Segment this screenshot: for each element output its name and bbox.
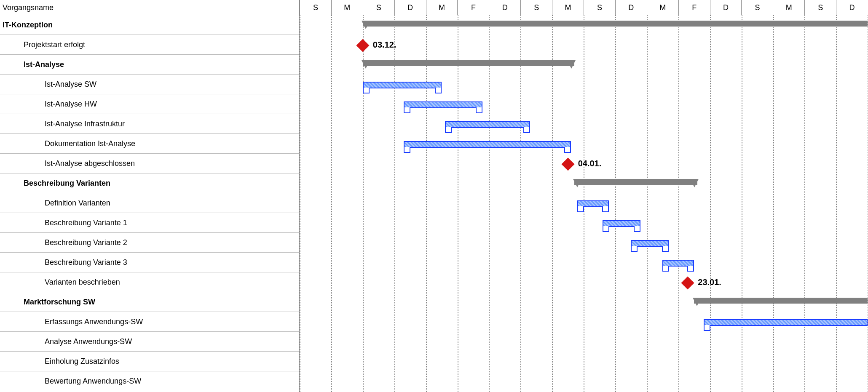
task-bar[interactable] [577,200,609,207]
chart-pane: SMSDMFDSMSDMFDSMSD 03.12.04.01.23.01. [300,0,868,392]
task-row[interactable]: IT-Konzeption [0,15,299,35]
day-header-cell: D [489,0,520,15]
chart-body: 03.12.04.01.23.01. [300,15,868,392]
chart-row: 23.01. [300,272,868,292]
task-bar[interactable] [404,101,482,108]
task-bar[interactable] [445,121,530,128]
chart-row [300,75,868,94]
task-bar[interactable] [603,220,640,227]
task-row[interactable]: Erfassungs Anwendungs-SW [0,312,299,332]
chart-row: 03.12. [300,35,868,55]
day-header-cell: S [741,0,773,15]
task-row[interactable]: Marktforschung SW [0,292,299,312]
task-row[interactable]: Varianten beschrieben [0,272,299,292]
day-header-cell: M [426,0,458,15]
summary-bar[interactable] [694,298,868,304]
chart-row [300,193,868,213]
summary-bar[interactable] [363,60,574,66]
task-row[interactable]: Projektstart erfolgt [0,35,299,55]
task-row[interactable]: Ist-Analyse HW [0,94,299,114]
day-header-cell: D [710,0,742,15]
task-pane: Vorgangsname IT-KonzeptionProjektstart e… [0,0,300,392]
day-header-cell: D [836,0,868,15]
chart-row [300,253,868,272]
day-header: SMSDMFDSMSDMFDSMSD [300,0,868,15]
day-header-cell: M [647,0,678,15]
day-header-cell: S [300,0,331,15]
milestone-icon[interactable] [681,276,694,289]
chart-row [300,371,868,391]
chart-row [300,312,868,332]
chart-row: 04.01. [300,154,868,173]
chart-row [300,233,868,253]
day-header-cell: S [520,0,552,15]
day-header-cell: S [804,0,836,15]
day-header-cell: D [615,0,647,15]
day-header-cell: M [331,0,363,15]
task-row[interactable]: Ist-Analyse Infrastruktur [0,114,299,134]
day-header-cell: D [394,0,426,15]
task-row[interactable]: Definition Varianten [0,193,299,213]
chart-row [300,292,868,312]
task-bar[interactable] [662,260,694,267]
task-row[interactable]: Beschreibung Variante 2 [0,233,299,253]
day-header-cell: F [678,0,710,15]
chart-row [300,213,868,233]
task-column-header: Vorgangsname [0,0,299,15]
chart-row [300,94,868,114]
task-row[interactable]: Beschreibung Variante 3 [0,253,299,272]
task-list: IT-KonzeptionProjektstart erfolgtIst-Ana… [0,15,299,392]
gantt-chart: Vorgangsname IT-KonzeptionProjektstart e… [0,0,868,392]
chart-row [300,134,868,154]
task-row[interactable]: Ist-Analyse [0,55,299,75]
task-bar[interactable] [631,240,669,247]
milestone-icon[interactable] [356,39,369,52]
day-header-cell: M [773,0,804,15]
task-bar[interactable] [404,141,571,148]
day-header-cell: S [363,0,394,15]
chart-row [300,173,868,193]
summary-bar[interactable] [574,179,697,185]
chart-row [300,55,868,75]
day-header-cell: F [457,0,489,15]
summary-bar[interactable] [363,21,868,27]
milestone-icon[interactable] [561,157,574,171]
day-header-cell: S [584,0,615,15]
task-row[interactable]: Beschreibung Varianten [0,173,299,193]
task-row[interactable]: Beschreibung Variante 1 [0,213,299,233]
chart-row [300,114,868,134]
task-row[interactable]: Dokumentation Ist-Analyse [0,134,299,154]
task-row[interactable]: Einholung Zusatzinfos [0,352,299,371]
milestone-label: 03.12. [373,40,396,50]
milestone-label: 04.01. [578,159,602,168]
task-row[interactable]: Ist-Analyse SW [0,75,299,94]
task-row[interactable]: Ist-Analyse abgeschlossen [0,154,299,173]
task-bar[interactable] [704,319,868,326]
task-bar[interactable] [363,82,442,88]
task-row[interactable]: Bewertung Anwendungs-SW [0,371,299,391]
chart-row [300,15,868,35]
task-row[interactable]: Analyse Anwendungs-SW [0,332,299,352]
chart-row [300,332,868,352]
day-header-cell: M [552,0,584,15]
chart-row [300,352,868,371]
milestone-label: 23.01. [698,277,721,287]
